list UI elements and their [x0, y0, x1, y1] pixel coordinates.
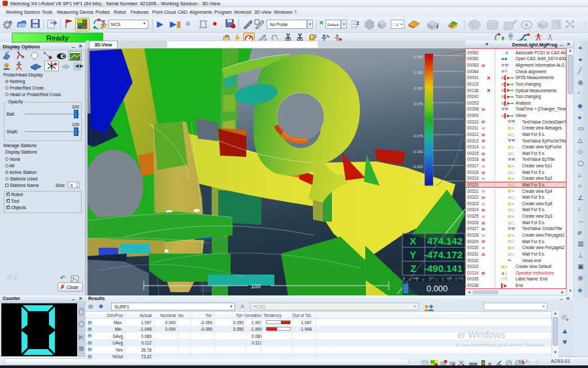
- svg-text:Y: Y: [410, 249, 416, 260]
- svg-text:0.000: 0.000: [427, 284, 448, 293]
- svg-text:0.300: 0.300: [414, 55, 423, 59]
- svg-text:0.075: 0.075: [414, 102, 423, 106]
- svg-text:0.150: 0.150: [414, 86, 423, 90]
- svg-text:-0.150: -0.150: [412, 150, 423, 154]
- svg-text:0.225: 0.225: [414, 71, 423, 75]
- svg-text:0.1: 0.1: [431, 276, 434, 280]
- svg-text:0.025: 0.025: [412, 276, 419, 280]
- svg-text:1.2: 1.2: [458, 276, 462, 280]
- svg-text:i: i: [436, 22, 439, 30]
- svg-text:-0.225: -0.225: [412, 165, 423, 169]
- svg-text:-0.075: -0.075: [412, 134, 423, 138]
- svg-text:-0.300: -0.300: [412, 180, 423, 184]
- svg-text:474.142: 474.142: [427, 235, 463, 246]
- svg-text:X: X: [410, 235, 416, 246]
- svg-text:-490.141: -490.141: [424, 263, 463, 274]
- svg-text:100: 100: [251, 283, 261, 290]
- svg-text:0.85: 0.85: [447, 276, 453, 280]
- svg-text:-474.172: -474.172: [424, 249, 463, 260]
- svg-text:Z: Z: [410, 263, 416, 274]
